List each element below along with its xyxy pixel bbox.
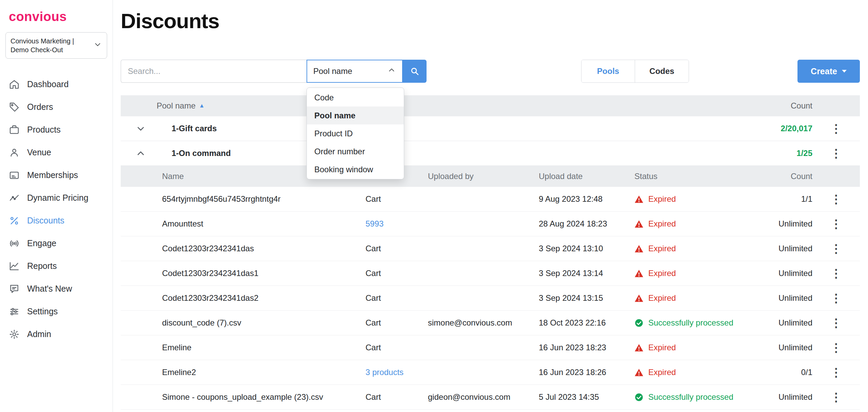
sidebar-item-dashboard[interactable]: Dashboard: [0, 73, 113, 96]
whats-new-icon: [9, 283, 20, 294]
code-used-for[interactable]: Cart: [366, 392, 428, 402]
code-used-for[interactable]: 3 products: [366, 368, 428, 377]
codes-tab[interactable]: Codes: [635, 60, 689, 82]
search-button[interactable]: [403, 60, 427, 83]
expand-pool-button[interactable]: [121, 122, 172, 135]
code-count: Unlimited: [758, 269, 812, 278]
sidebar-item-engage[interactable]: Engage: [0, 232, 113, 255]
code-status: Successfully processed: [634, 318, 758, 328]
row-actions-kebab-icon[interactable]: ⋮: [812, 342, 860, 353]
code-count: Unlimited: [758, 318, 812, 328]
code-name: discount_code (7).csv: [121, 318, 366, 328]
table-header-row: Pool name ▲ Count: [121, 95, 860, 116]
memberships-icon: [9, 170, 20, 181]
pool-actions-kebab-icon[interactable]: ⋮: [812, 123, 860, 134]
code-upload-date: 3 Sep 2024 13:15: [539, 293, 634, 303]
sidebar-item-label: Memberships: [27, 170, 78, 180]
pool-actions-kebab-icon[interactable]: ⋮: [812, 148, 860, 159]
expired-warning-icon: [634, 294, 644, 303]
products-icon: [9, 124, 20, 135]
row-actions-kebab-icon[interactable]: ⋮: [812, 218, 860, 230]
code-name: Emeline: [121, 343, 366, 352]
discount-code-row: Codet12303r2342341das1 Cart 3 Sep 2024 1…: [121, 261, 860, 286]
create-button[interactable]: Create: [797, 60, 860, 83]
code-used-for[interactable]: Cart: [366, 269, 428, 278]
expired-warning-icon: [634, 219, 644, 229]
expired-warning-icon: [634, 343, 644, 352]
status-label: Expired: [648, 293, 676, 303]
pool-name-column-header[interactable]: Pool name ▲: [121, 101, 758, 111]
pools-tab[interactable]: Pools: [581, 60, 635, 82]
pools-table: Pool name ▲ Count 1-Gift cards 2/20,017 …: [121, 95, 860, 410]
sidebar-item-label: Settings: [27, 307, 58, 316]
code-upload-date: 9 Aug 2023 12:48: [539, 194, 634, 204]
sidebar-item-reports[interactable]: Reports: [0, 255, 113, 277]
sidebar-item-discounts[interactable]: Discounts: [0, 209, 113, 232]
sidebar-item-admin[interactable]: Admin: [0, 323, 113, 346]
row-actions-kebab-icon[interactable]: ⋮: [812, 391, 860, 403]
pool-row-gift-cards: 1-Gift cards 2/20,017 ⋮: [121, 116, 860, 141]
convious-logo: convious: [9, 9, 113, 24]
pool-row-on-command: 1-On command 1/25 ⋮: [121, 141, 860, 166]
code-used-for[interactable]: Cart: [366, 194, 428, 204]
row-actions-kebab-icon[interactable]: ⋮: [812, 292, 860, 304]
search-filter-select[interactable]: Pool name: [307, 60, 403, 83]
filter-option-booking-window[interactable]: Booking window: [307, 160, 404, 178]
filter-option-product-id[interactable]: Product ID: [307, 124, 404, 142]
success-check-icon: [634, 393, 644, 402]
sidebar-item-orders[interactable]: Orders: [0, 96, 113, 118]
row-actions-kebab-icon[interactable]: ⋮: [812, 317, 860, 329]
status-label: Expired: [648, 219, 676, 229]
collapse-pool-button[interactable]: [121, 147, 172, 160]
status-label: Successfully processed: [648, 392, 733, 402]
status-label: Expired: [648, 368, 676, 377]
codes-list: 654rtyjmnbgf456u7453rrghtntg4r Cart 9 Au…: [121, 187, 860, 410]
engage-icon: [9, 238, 20, 249]
code-name: Codet12303r2342341das2: [121, 293, 366, 303]
row-actions-kebab-icon[interactable]: ⋮: [812, 367, 860, 378]
sidebar-item-products[interactable]: Products: [0, 118, 113, 141]
code-count: Unlimited: [758, 219, 812, 229]
code-upload-date: 5 Jul 2023 14:35: [539, 392, 634, 402]
toolbar: Pool name Pools Codes Create: [121, 60, 860, 83]
codes-header-row: Name Uploaded by Upload date Status Coun…: [121, 166, 860, 187]
filter-option-pool-name[interactable]: Pool name: [307, 106, 404, 124]
chevron-down-icon: [134, 122, 147, 135]
code-used-for[interactable]: Cart: [366, 293, 428, 303]
venue-selector-dropdown[interactable]: Convious Marketing | Demo Check-Out: [5, 32, 107, 59]
venue-icon: [9, 147, 20, 158]
sidebar-nav: Dashboard Orders Products Venue Membersh…: [0, 73, 113, 346]
filter-option-code[interactable]: Code: [307, 89, 404, 106]
sidebar-item-settings[interactable]: Settings: [0, 300, 113, 323]
code-name: Emeline2: [121, 368, 366, 377]
code-uploaded-by: simone@convious.com: [428, 318, 539, 328]
pool-count: 1/25: [758, 149, 812, 158]
sidebar-item-memberships[interactable]: Memberships: [0, 164, 113, 187]
row-actions-kebab-icon[interactable]: ⋮: [812, 193, 860, 205]
discount-code-row: Simone - coupons_upload_example (23).csv…: [121, 385, 860, 410]
sidebar-item-label: Admin: [27, 329, 51, 339]
code-status: Expired: [634, 219, 758, 229]
code-used-for[interactable]: Cart: [366, 318, 428, 328]
row-actions-kebab-icon[interactable]: ⋮: [812, 243, 860, 254]
filter-option-order-number[interactable]: Order number: [307, 142, 404, 160]
code-used-for[interactable]: Cart: [366, 343, 428, 352]
code-upload-date: 3 Sep 2024 13:10: [539, 244, 634, 253]
code-count: Unlimited: [758, 244, 812, 253]
code-upload-date: 16 Jun 2023 18:26: [539, 368, 634, 377]
expired-warning-icon: [634, 244, 644, 253]
view-toggle: Pools Codes: [581, 60, 689, 83]
sidebar-item-venue[interactable]: Venue: [0, 141, 113, 164]
row-actions-kebab-icon[interactable]: ⋮: [812, 268, 860, 279]
sidebar-item-label: Dashboard: [27, 79, 68, 89]
code-used-for[interactable]: Cart: [366, 244, 428, 253]
sidebar-item-dynamic-pricing[interactable]: Dynamic Pricing: [0, 187, 113, 209]
code-status: Expired: [634, 343, 758, 352]
search-input[interactable]: [121, 60, 307, 83]
code-count: Unlimited: [758, 293, 812, 303]
code-used-for[interactable]: 5993: [366, 219, 428, 229]
sidebar-item-whats-new[interactable]: What's New: [0, 277, 113, 300]
discount-code-row: 654rtyjmnbgf456u7453rrghtntg4r Cart 9 Au…: [121, 187, 860, 212]
pool-name: 1-Gift cards: [172, 124, 758, 133]
code-upload-date: 18 Oct 2023 22:16: [539, 318, 634, 328]
